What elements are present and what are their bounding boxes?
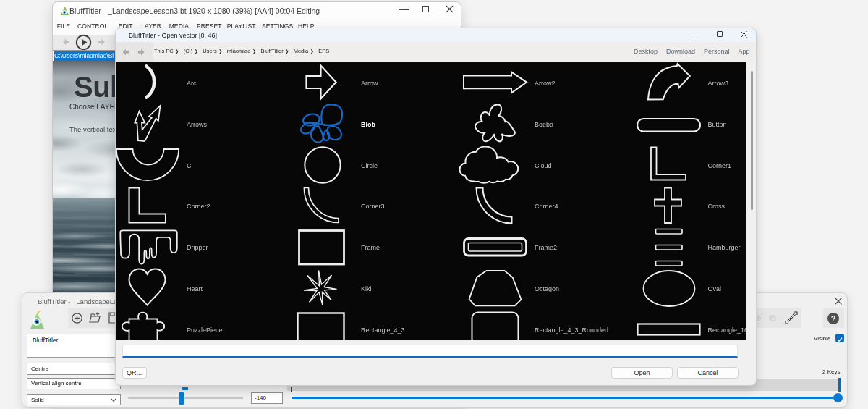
svg-text:Frame: Frame — [361, 244, 380, 251]
svg-text:Heart: Heart — [187, 285, 203, 292]
svg-text:Arrow3: Arrow3 — [708, 79, 729, 86]
svg-text:Boeba: Boeba — [535, 120, 553, 127]
svg-text:Octagon: Octagon — [535, 285, 559, 292]
svg-text:Rectangle_4_3: Rectangle_4_3 — [361, 326, 405, 334]
svg-text:Corner1: Corner1 — [708, 161, 732, 169]
svg-text:Arrow: Arrow — [361, 79, 378, 86]
svg-text:PuzzlePiece: PuzzlePiece — [187, 326, 223, 334]
svg-text:Hamburger: Hamburger — [708, 244, 741, 251]
svg-text:Dripper: Dripper — [187, 244, 208, 251]
svg-text:Cloud: Cloud — [535, 161, 552, 169]
svg-text:Oval: Oval — [708, 285, 722, 292]
svg-text:Cross: Cross — [708, 203, 726, 210]
svg-text:Corner2: Corner2 — [187, 203, 210, 210]
svg-text:C: C — [187, 161, 192, 169]
svg-text:Corner4: Corner4 — [535, 203, 558, 210]
svg-text:Circle: Circle — [361, 161, 378, 169]
svg-text:Blob: Blob — [361, 120, 375, 127]
svg-text:Button: Button — [708, 120, 727, 127]
svg-text:Arrows: Arrows — [187, 120, 208, 127]
svg-text:Rectangle_16_9: Rectangle_16_9 — [708, 326, 747, 334]
svg-text:Kiki: Kiki — [361, 285, 372, 292]
svg-text:Arc: Arc — [187, 79, 197, 86]
svg-text:Corner3: Corner3 — [361, 203, 385, 210]
svg-text:Arrow2: Arrow2 — [535, 79, 556, 86]
svg-text:Frame2: Frame2 — [535, 244, 557, 251]
svg-text:Rectangle_4_3_Rounded: Rectangle_4_3_Rounded — [535, 326, 608, 334]
